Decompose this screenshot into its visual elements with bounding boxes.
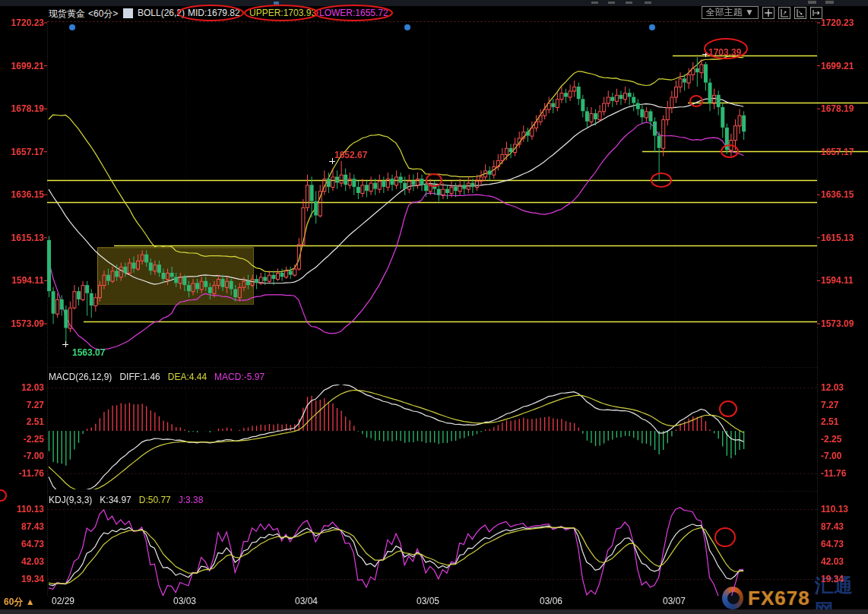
y-axis-zoom-icon[interactable] bbox=[778, 7, 790, 19]
kdj-d-value: D:50.77 bbox=[139, 495, 171, 505]
macd-diff-value: DIFF:1.46 bbox=[119, 372, 160, 382]
chevron-down-icon: ▼ bbox=[745, 7, 754, 17]
kdj-header: KDJ(9,3,3) K:34.97 D:50.77 J:3.38 bbox=[49, 495, 203, 505]
kdj-j-value: J:3.38 bbox=[179, 495, 204, 505]
chart-controls: 全部主题 ▼ bbox=[702, 6, 822, 19]
kdj-params: KDJ(9,3,3) bbox=[49, 495, 92, 505]
macd-macd-value: MACD:-5.97 bbox=[214, 372, 265, 382]
timeframe-selector[interactable]: 60分 ▲ bbox=[4, 596, 35, 609]
x-axis-zoom-icon[interactable] bbox=[794, 7, 806, 19]
macd-header: MACD(26,12,9) DIFF:1.46 DEA:4.44 MACD:-5… bbox=[49, 372, 265, 382]
candlestick-chart-canvas[interactable] bbox=[0, 0, 868, 614]
theme-dropdown[interactable]: 全部主题 ▼ bbox=[702, 6, 759, 19]
up-triangle-icon: ▲ bbox=[26, 597, 35, 607]
move-crosshair-icon[interactable] bbox=[762, 7, 775, 19]
pan-right-icon[interactable] bbox=[810, 7, 822, 19]
kdj-k-value: K:34.97 bbox=[100, 495, 131, 505]
chart-app: 现货黄金 <60分> BOLL(26,2) MID:1679.82 UPPER:… bbox=[0, 0, 868, 614]
macd-dea-value: DEA:4.44 bbox=[168, 372, 207, 382]
macd-params: MACD(26,12,9) bbox=[49, 372, 112, 382]
